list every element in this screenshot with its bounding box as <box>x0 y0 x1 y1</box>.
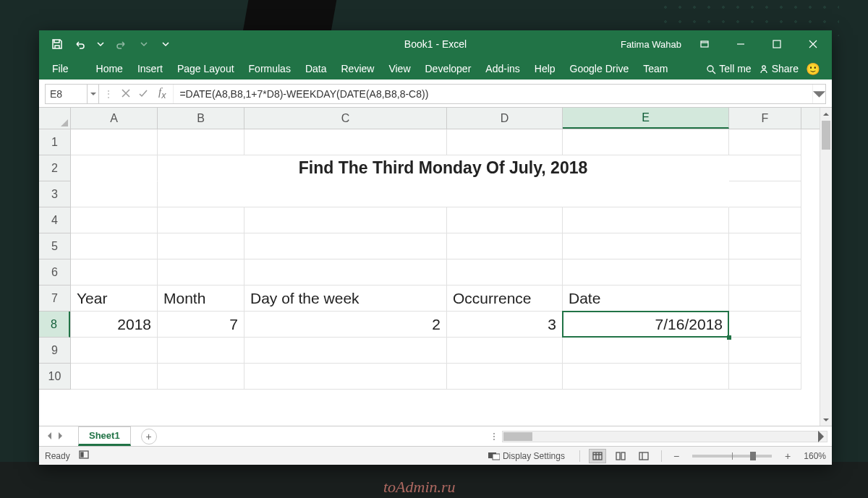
cell[interactable] <box>563 364 729 390</box>
row-header-6[interactable]: 6 <box>39 259 70 286</box>
cell-label-date[interactable]: Date <box>563 286 729 312</box>
cell[interactable] <box>729 155 801 181</box>
expand-formula-bar-icon[interactable] <box>812 85 825 103</box>
cell[interactable] <box>158 338 244 364</box>
cancel-formula-icon[interactable] <box>121 88 131 100</box>
display-settings-button[interactable]: Display Settings <box>488 451 565 461</box>
cell[interactable] <box>71 207 158 233</box>
row-header-7[interactable]: 7 <box>39 286 70 312</box>
row-header-5[interactable]: 5 <box>39 233 70 259</box>
page-break-view-icon[interactable] <box>635 449 652 463</box>
row-header-4[interactable]: 4 <box>39 207 70 233</box>
cell[interactable] <box>447 233 563 259</box>
cell[interactable] <box>563 259 729 286</box>
cell[interactable] <box>71 129 158 155</box>
formula-more-icon[interactable]: ⋮ <box>103 88 114 100</box>
redo-icon[interactable] <box>111 33 133 55</box>
col-header-d[interactable]: D <box>447 108 563 129</box>
row-header-8[interactable]: 8 <box>39 312 70 338</box>
cell[interactable] <box>729 233 801 259</box>
cell[interactable] <box>244 207 447 233</box>
fill-handle[interactable] <box>727 335 731 340</box>
cell[interactable] <box>244 364 447 390</box>
cell[interactable] <box>244 259 447 286</box>
cell[interactable] <box>71 155 158 181</box>
horizontal-scrollbar[interactable] <box>502 431 827 442</box>
scroll-thumb[interactable] <box>822 121 830 150</box>
cell-value-month[interactable]: 7 <box>158 312 244 338</box>
cell[interactable] <box>71 181 158 207</box>
sheet-nav-prev-icon[interactable] <box>46 431 54 442</box>
tab-help[interactable]: Help <box>527 58 563 80</box>
cell[interactable] <box>158 233 244 259</box>
sheet-tab-sheet1[interactable]: Sheet1 <box>78 426 131 446</box>
account-name[interactable]: Fatima Wahab <box>621 39 681 50</box>
col-header-c[interactable]: C <box>244 108 447 129</box>
cell-label-dow[interactable]: Day of the week <box>244 286 447 312</box>
cell[interactable] <box>244 233 447 259</box>
macro-record-icon[interactable] <box>79 450 89 461</box>
maximize-icon[interactable] <box>761 30 793 58</box>
name-box-dropdown-icon[interactable] <box>88 85 99 103</box>
tab-scroll-separator[interactable] <box>493 430 498 443</box>
row-header-1[interactable]: 1 <box>39 129 70 155</box>
cell[interactable] <box>447 259 563 286</box>
vertical-scrollbar[interactable] <box>820 108 832 426</box>
cell[interactable] <box>563 338 729 364</box>
cell[interactable] <box>729 129 801 155</box>
save-icon[interactable] <box>46 33 68 55</box>
undo-dropdown-icon[interactable] <box>90 33 111 55</box>
row-header-2[interactable]: 2 <box>39 155 70 181</box>
ribbon-display-options-icon[interactable] <box>689 30 720 58</box>
page-layout-view-icon[interactable] <box>612 449 629 463</box>
tab-add-ins[interactable]: Add-ins <box>478 58 527 80</box>
cell[interactable] <box>158 259 244 286</box>
cell[interactable] <box>563 129 729 155</box>
tab-home[interactable]: Home <box>89 58 130 80</box>
cell[interactable] <box>447 338 563 364</box>
name-box[interactable]: E8 <box>46 85 88 103</box>
close-icon[interactable] <box>797 30 829 58</box>
cell[interactable] <box>729 207 801 233</box>
tab-review[interactable]: Review <box>334 58 382 80</box>
normal-view-icon[interactable] <box>589 449 606 463</box>
tab-team[interactable]: Team <box>636 58 675 80</box>
cell[interactable] <box>729 312 801 338</box>
tab-data[interactable]: Data <box>298 58 334 80</box>
col-header-b[interactable]: B <box>158 108 244 129</box>
cell-label-year[interactable]: Year <box>71 286 158 312</box>
cell[interactable] <box>71 233 158 259</box>
scroll-down-icon[interactable] <box>820 413 832 426</box>
tell-me-search[interactable]: Tell me <box>706 63 751 74</box>
scroll-up-icon[interactable] <box>820 108 832 120</box>
col-header-a[interactable]: A <box>71 108 158 129</box>
cell[interactable] <box>729 259 801 286</box>
cell[interactable] <box>447 129 563 155</box>
insert-function-icon[interactable]: fx <box>156 86 169 102</box>
cell-label-month[interactable]: Month <box>158 286 244 312</box>
col-header-e[interactable]: E <box>563 108 729 129</box>
cell[interactable] <box>71 364 158 390</box>
tab-formulas[interactable]: Formulas <box>242 58 298 80</box>
heading-text[interactable]: Find The Third Monday Of July, 2018 <box>158 155 729 181</box>
cell[interactable] <box>71 338 158 364</box>
redo-dropdown-icon[interactable] <box>133 33 155 55</box>
cell[interactable] <box>71 259 158 286</box>
cell[interactable] <box>158 181 729 207</box>
tab-insert[interactable]: Insert <box>130 58 170 80</box>
cell-value-occurrence[interactable]: 3 <box>447 312 563 338</box>
col-header-f[interactable]: F <box>729 108 801 129</box>
cell-value-dow[interactable]: 2 <box>244 312 447 338</box>
cell[interactable] <box>158 364 244 390</box>
sheet-nav-next-icon[interactable] <box>56 431 64 442</box>
feedback-smiley-icon[interactable]: 🙂 <box>806 62 820 76</box>
row-header-9[interactable]: 9 <box>39 338 70 364</box>
formula-input[interactable]: =DATE(A8,B8,1+7*D8)-WEEKDAY(DATE(A8,B8,8… <box>174 85 812 103</box>
cell-value-date[interactable]: 7/16/2018 <box>563 312 729 338</box>
undo-icon[interactable] <box>68 33 90 55</box>
cell[interactable] <box>729 338 801 364</box>
cell[interactable] <box>447 364 563 390</box>
tab-file[interactable]: File <box>45 58 76 80</box>
select-all-button[interactable] <box>39 108 71 129</box>
zoom-slider[interactable] <box>692 455 772 458</box>
